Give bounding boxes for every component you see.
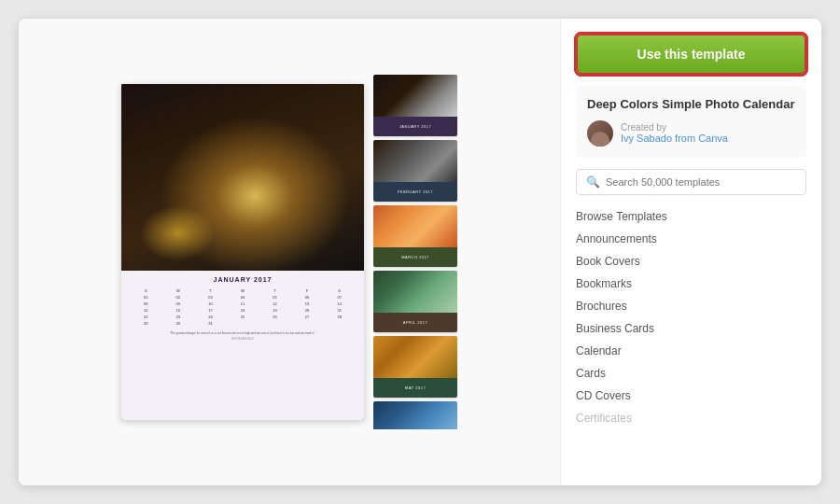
thumb-image-2 <box>373 140 457 182</box>
search-input[interactable] <box>606 176 796 188</box>
calendar-cell: 03 <box>195 295 226 300</box>
template-title: Deep Colors Simple Photo Calendar <box>587 97 795 113</box>
created-by-label: Created by <box>621 122 728 133</box>
calendar-cell: 04 <box>228 295 259 300</box>
calendar-row: 01020304050607 <box>131 295 355 300</box>
calendar-cell: 25 <box>228 315 259 319</box>
cal-header-t2: T <box>259 288 290 293</box>
calendar-cell: 21 <box>324 308 355 313</box>
preview-image <box>121 84 364 271</box>
cal-header-t1: T <box>195 288 226 293</box>
calendar-title: JANUARY 2017 <box>129 276 357 283</box>
calendar-cell: 06 <box>292 295 323 300</box>
thumbnail-strip: JANUARY 2017 FEBRUARY 2017 MARCH 2017 AP… <box>373 75 457 429</box>
calendar-cell: 08 <box>131 301 161 306</box>
calendar-quote: "The greatest danger for most of us is n… <box>129 331 357 335</box>
cal-header-w: W <box>228 288 259 293</box>
nav-business-cards[interactable]: Business Cards <box>576 318 806 339</box>
thumb-cal-5: MAY 2017 <box>373 378 457 398</box>
main-preview: JANUARY 2017 S M T W T F S <box>121 84 364 420</box>
thumbnail-1[interactable]: JANUARY 2017 <box>373 75 457 136</box>
sparkler-background <box>121 84 364 271</box>
calendar-cell: 31 <box>195 321 226 326</box>
calendar-cell: 19 <box>259 308 290 313</box>
thumb-image-1 <box>373 75 457 117</box>
nav-browse-templates[interactable]: Browse Templates <box>576 206 806 227</box>
thumb-month-4: APRIL 2017 <box>403 320 427 325</box>
calendar-cell: 24 <box>195 315 226 319</box>
calendar-cell: 13 <box>292 301 323 306</box>
thumb-cal-1: JANUARY 2017 <box>373 117 457 136</box>
calendar-cell: 26 <box>259 315 290 319</box>
calendar-cell <box>324 321 355 326</box>
nav-bookmarks[interactable]: Bookmarks <box>576 273 806 294</box>
main-container: JANUARY 2017 S M T W T F S <box>19 19 821 485</box>
use-template-button[interactable]: Use this template <box>576 34 806 75</box>
thumbnail-6[interactable]: JUNE 2017 <box>373 401 457 429</box>
nav-calendar[interactable]: Calendar <box>576 341 806 361</box>
search-icon: 🔍 <box>586 175 600 189</box>
cal-header-s: S <box>131 288 161 293</box>
calendar-cell: 27 <box>292 315 323 319</box>
calendar-row: 293031 <box>131 321 355 326</box>
thumb-image-4 <box>373 271 457 313</box>
calendar-author: MICHELANGELO <box>129 337 357 341</box>
sparkler-hand <box>140 205 215 261</box>
creator-link[interactable]: Ivy Sabado from Canva <box>621 133 728 144</box>
cal-header-f: F <box>292 288 323 293</box>
thumbnail-5[interactable]: MAY 2017 <box>373 336 457 398</box>
nav-cd-covers[interactable]: CD Covers <box>576 385 806 406</box>
calendar-cell: 30 <box>163 321 194 326</box>
thumb-month-3: MARCH 2017 <box>401 255 429 259</box>
preview-calendar: JANUARY 2017 S M T W T F S <box>121 271 364 420</box>
thumb-month-5: MAY 2017 <box>405 385 426 390</box>
calendar-cell: 14 <box>324 301 355 306</box>
right-panel: Use this template Deep Colors Simple Pho… <box>560 19 821 485</box>
calendar-cell: 02 <box>163 295 194 300</box>
calendar-row: 08091011121314 <box>131 301 355 306</box>
calendar-row: 22232425262728 <box>131 315 355 319</box>
cal-header-s2: S <box>324 288 355 293</box>
nav-brochures[interactable]: Brochures <box>576 296 806 316</box>
thumbnail-2[interactable]: FEBRUARY 2017 <box>373 140 457 202</box>
nav-certificates[interactable]: Certificates <box>576 408 806 428</box>
avatar-silhouette <box>591 132 609 147</box>
calendar-cell: 10 <box>195 301 226 306</box>
nav-announcements[interactable]: Announcements <box>576 229 806 249</box>
calendar-cell: 23 <box>163 315 194 319</box>
calendar-cell <box>228 321 259 326</box>
calendar-cell: 12 <box>259 301 290 306</box>
avatar <box>587 120 613 147</box>
calendar-cell <box>259 321 290 326</box>
calendar-cell: 28 <box>324 315 355 319</box>
thumb-month-2: FEBRUARY 2017 <box>398 189 433 194</box>
thumb-image-6 <box>373 401 457 429</box>
thumb-image-3 <box>373 205 457 247</box>
thumb-cal-3: MARCH 2017 <box>373 247 457 267</box>
nav-cards[interactable]: Cards <box>576 363 806 384</box>
calendar-cell <box>292 321 323 326</box>
calendar-cell: 20 <box>292 308 323 313</box>
calendar-cell: 22 <box>131 315 161 319</box>
thumb-image-5 <box>373 336 457 378</box>
calendar-body: 0102030405060708091011121314151617181920… <box>131 295 355 326</box>
preview-panel: JANUARY 2017 S M T W T F S <box>19 19 560 485</box>
calendar-cell: 16 <box>163 308 194 313</box>
search-box: 🔍 <box>576 169 806 195</box>
creator-info: Created by Ivy Sabado from Canva <box>621 122 728 144</box>
nav-book-covers[interactable]: Book Covers <box>576 251 806 272</box>
template-info: Deep Colors Simple Photo Calendar Create… <box>576 86 806 158</box>
calendar-cell: 29 <box>131 321 161 326</box>
calendar-cell: 11 <box>228 301 259 306</box>
nav-list: Browse Templates Announcements Book Cove… <box>576 206 806 428</box>
creator-row: Created by Ivy Sabado from Canva <box>587 120 795 147</box>
thumbnail-3[interactable]: MARCH 2017 <box>373 205 457 267</box>
calendar-grid: S M T W T F S 01020304050607080910111213… <box>129 287 357 328</box>
calendar-row: 15161718192021 <box>131 308 355 313</box>
thumbnail-4[interactable]: APRIL 2017 <box>373 271 457 332</box>
calendar-cell: 01 <box>131 295 161 300</box>
calendar-cell: 15 <box>131 308 161 313</box>
calendar-cell: 17 <box>195 308 226 313</box>
calendar-cell: 18 <box>228 308 259 313</box>
calendar-cell: 05 <box>259 295 290 300</box>
